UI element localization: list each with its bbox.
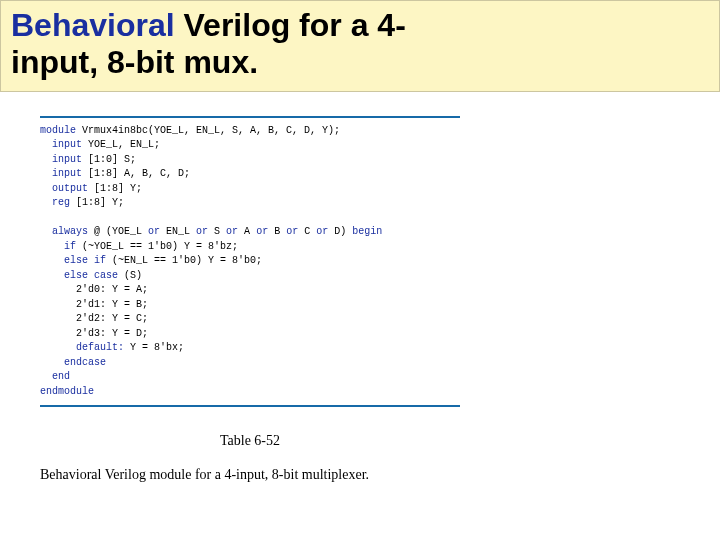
caption-block: Table 6-52 Behavioral Verilog module for… — [40, 407, 460, 483]
code-l5: [1:8] Y; — [88, 183, 142, 194]
kw-input3: input — [40, 168, 82, 179]
title-accent: Behavioral — [11, 7, 175, 43]
code-l4: [1:8] A, B, C, D; — [82, 168, 190, 179]
code-l11: 2'd0: Y = A; — [40, 284, 148, 295]
kw-end: end — [40, 371, 70, 382]
kw-or6: or — [316, 226, 328, 237]
kw-or3: or — [226, 226, 238, 237]
kw-begin: begin — [352, 226, 382, 237]
code-l12: 2'd1: Y = B; — [40, 299, 148, 310]
title-band: Behavioral Verilog for a 4- input, 8-bit… — [0, 0, 720, 92]
title-rest-1: Verilog for a 4- — [175, 7, 406, 43]
code-l7b: EN_L — [160, 226, 196, 237]
code-l7g: D) — [328, 226, 352, 237]
slide: Behavioral Verilog for a 4- input, 8-bit… — [0, 0, 720, 540]
code-l2: YOE_L, EN_L; — [82, 139, 160, 150]
code-l7f: C — [298, 226, 316, 237]
code-l6: [1:8] Y; — [70, 197, 124, 208]
kw-default: default: — [40, 342, 124, 353]
code-l7a: @ (YOE_L — [88, 226, 148, 237]
kw-elseif: else if — [40, 255, 106, 266]
code-l13: 2'd2: Y = C; — [40, 313, 148, 324]
title-line-1: Behavioral Verilog for a 4- — [11, 7, 709, 44]
kw-or1: or — [148, 226, 160, 237]
figure-block: module Vrmux4in8bc(YOE_L, EN_L, S, A, B,… — [0, 92, 720, 484]
code-l10: (S) — [118, 270, 142, 281]
kw-elsecase: else case — [40, 270, 118, 281]
code-l7c: S — [208, 226, 226, 237]
code-l1: Vrmux4in8bc(YOE_L, EN_L, S, A, B, C, D, … — [76, 125, 340, 136]
code-l3: [1:0] S; — [82, 154, 136, 165]
kw-output: output — [40, 183, 88, 194]
code-l9: (~EN_L == 1'b0) Y = 8'b0; — [106, 255, 262, 266]
kw-input2: input — [40, 154, 82, 165]
kw-module: module — [40, 125, 76, 136]
caption-text: Behavioral Verilog module for a 4-input,… — [40, 449, 460, 483]
kw-endcase: endcase — [40, 357, 106, 368]
code-l8: (~YOE_L == 1'b0) Y = 8'bz; — [76, 241, 238, 252]
kw-endmodule: endmodule — [40, 386, 94, 397]
code-l7e: B — [268, 226, 286, 237]
kw-or5: or — [286, 226, 298, 237]
kw-or2: or — [196, 226, 208, 237]
kw-always: always — [40, 226, 88, 237]
kw-reg: reg — [40, 197, 70, 208]
kw-or4: or — [256, 226, 268, 237]
code-l7d: A — [238, 226, 256, 237]
code-listing: module Vrmux4in8bc(YOE_L, EN_L, S, A, B,… — [40, 118, 460, 406]
code-l15: Y = 8'bx; — [124, 342, 184, 353]
title-line-2: input, 8-bit mux. — [11, 44, 709, 81]
code-l14: 2'd3: Y = D; — [40, 328, 148, 339]
kw-input1: input — [40, 139, 82, 150]
table-label: Table 6-52 — [40, 433, 460, 449]
kw-if: if — [40, 241, 76, 252]
